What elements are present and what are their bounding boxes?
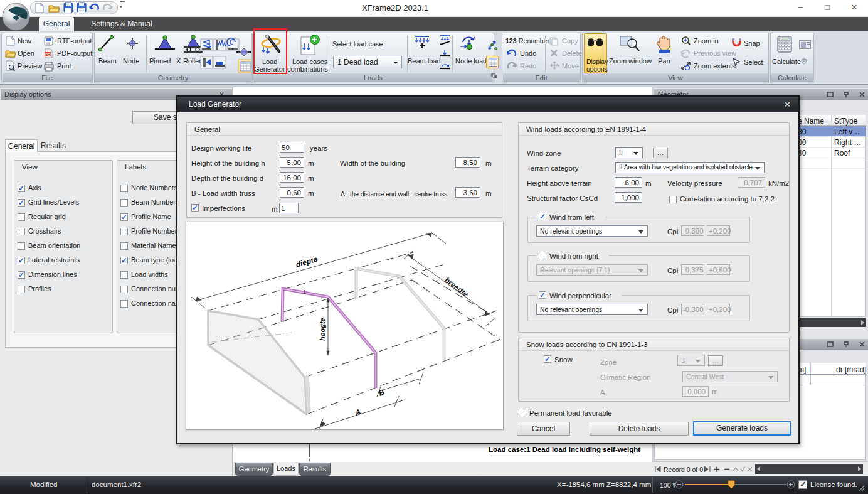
svg-text:PDF: PDF [45, 53, 53, 56]
svg-text:Record 0 of 0: Record 0 of 0 [664, 466, 703, 473]
svg-text:breedte: breedte [443, 276, 470, 299]
svg-text:diepte: diepte [295, 255, 319, 269]
svg-text:hoogte: hoogte [319, 318, 326, 341]
svg-text:B: B [377, 387, 386, 397]
svg-text:1: 1 [303, 289, 306, 295]
